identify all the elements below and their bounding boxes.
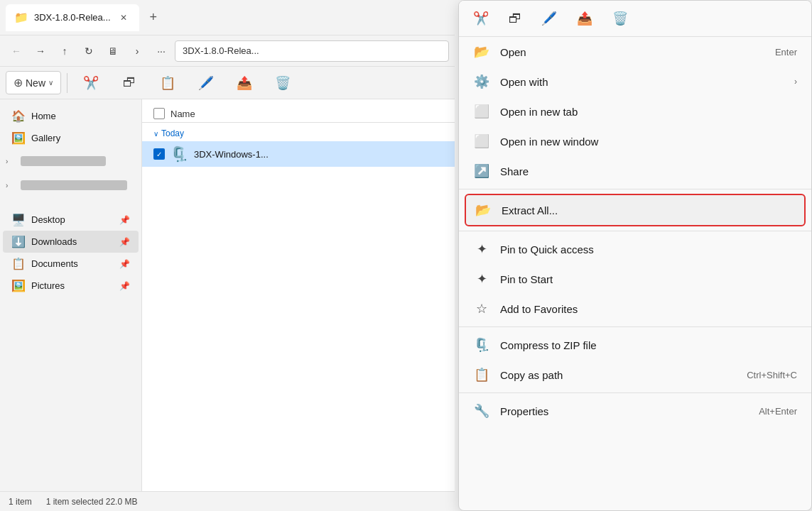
forward-button[interactable]: → — [30, 40, 51, 62]
explorer-tab[interactable]: 📁 3DX-1.8.0-Relea... ✕ — [6, 4, 139, 31]
ctx-divider-3 — [459, 326, 811, 327]
refresh-button[interactable]: ↻ — [78, 40, 99, 62]
header-checkbox[interactable] — [153, 108, 165, 119]
file-row-zip[interactable]: ✓ 🗜️ 3DX-Windows-1... — [142, 141, 455, 167]
ctx-openwith-label: Open with — [500, 76, 784, 88]
main-content: 🏠 Home 🖼️ Gallery › › 🖥️ Desktop 📌 — [0, 99, 455, 491]
home-icon: 🏠 — [11, 109, 26, 123]
nav-bar: ← → ↑ ↻ 🖥 › ··· 3DX-1.8.0-Relea... — [0, 35, 455, 67]
new-chevron-icon: ∨ — [48, 79, 53, 87]
file-name: 3DX-Windows-1... — [194, 149, 269, 160]
new-button[interactable]: ⊕ New ∨ — [6, 71, 61, 94]
context-toolbar: ✂️ 🗗 🖊️ 📤 🗑️ — [459, 1, 811, 37]
copy-button[interactable]: 🗗 — [112, 72, 147, 93]
more-button[interactable]: ··· — [151, 40, 172, 62]
ctx-openwith-arrow-icon: › — [794, 77, 797, 87]
sidebar-group-2[interactable]: › — [0, 173, 141, 197]
documents-pin-icon: 📌 — [119, 259, 130, 269]
ctx-copypath-label: Copy as path — [500, 369, 737, 381]
sidebar-item-documents[interactable]: 📋 Documents 📌 — [3, 253, 139, 275]
ctx-properties-icon: 🔧 — [473, 403, 490, 419]
display-button[interactable]: 🖥 — [102, 40, 124, 62]
documents-icon: 📋 — [11, 257, 26, 270]
sidebar-item-downloads[interactable]: ⬇️ Downloads 📌 — [3, 231, 139, 253]
sidebar-item-gallery[interactable]: 🖼️ Gallery — [3, 127, 139, 149]
toolbar: ⊕ New ∨ ✂️ 🗗 📋 🖊️ 📤 🗑️ — [0, 67, 455, 99]
ctx-pinstart-icon: ✦ — [473, 271, 490, 287]
name-column-header: Name — [170, 109, 195, 119]
toolbar-separator — [67, 73, 67, 93]
sidebar-item-pictures[interactable]: 🖼️ Pictures 📌 — [3, 275, 139, 297]
pictures-pin-icon: 📌 — [119, 281, 130, 291]
sidebar-placeholder-1 — [21, 156, 106, 166]
sidebar: 🏠 Home 🖼️ Gallery › › 🖥️ Desktop 📌 — [0, 99, 142, 491]
ctx-share-icon[interactable]: 📤 — [574, 8, 595, 29]
ctx-copypath-shortcut: Ctrl+Shift+C — [747, 370, 797, 380]
ctx-copy-path[interactable]: 📋 Copy as path Ctrl+Shift+C — [459, 360, 811, 390]
paste-button[interactable]: 📋 — [150, 72, 185, 94]
ctx-rename-icon[interactable]: 🖊️ — [538, 8, 560, 29]
ctx-newwindow-icon: ⬜ — [473, 133, 490, 149]
ctx-share-menu-icon: ↗️ — [473, 163, 490, 179]
sidebar-item-desktop[interactable]: 🖥️ Desktop 📌 — [3, 209, 139, 231]
gallery-icon: 🖼️ — [11, 131, 26, 145]
up-button[interactable]: ↑ — [54, 40, 75, 62]
sidebar-group-1[interactable]: › — [0, 149, 141, 173]
ctx-pin-start[interactable]: ✦ Pin to Start — [459, 264, 811, 294]
expand-chevron-icon: › — [6, 158, 8, 165]
sidebar-downloads-label: Downloads — [31, 236, 77, 247]
ctx-extract-icon: 📂 — [475, 202, 492, 218]
address-bar[interactable]: 3DX-1.8.0-Relea... — [175, 40, 449, 62]
ctx-delete-icon[interactable]: 🗑️ — [610, 8, 631, 29]
delete-button[interactable]: 🗑️ — [265, 72, 301, 94]
file-list: Name ∨ Today ✓ 🗜️ 3DX-Windows-1... — [142, 99, 455, 491]
ctx-extract-label: Extract All... — [502, 204, 796, 216]
cut-button[interactable]: ✂️ — [73, 72, 109, 94]
ctx-open-new-tab[interactable]: ⬜ Open in new tab — [459, 97, 811, 126]
file-checkbox[interactable]: ✓ — [153, 148, 165, 160]
downloads-icon: ⬇️ — [11, 235, 26, 248]
ctx-pinquick-label: Pin to Quick access — [500, 243, 797, 256]
ctx-copypath-icon: 📋 — [473, 367, 490, 383]
ctx-compress-icon: 🗜️ — [473, 337, 490, 353]
ctx-compress[interactable]: 🗜️ Compress to ZIP file — [459, 330, 811, 360]
expand-chevron-icon-2: › — [6, 182, 8, 189]
sidebar-pictures-label: Pictures — [31, 280, 65, 291]
ctx-share-label: Share — [500, 165, 797, 177]
ctx-open[interactable]: 📂 Open Enter — [459, 37, 811, 67]
paste-icon: 📋 — [160, 75, 175, 91]
share-icon: 📤 — [237, 75, 252, 91]
ctx-properties[interactable]: 🔧 Properties Alt+Enter — [459, 396, 811, 426]
ctx-pin-quick[interactable]: ✦ Pin to Quick access — [459, 234, 811, 264]
ctx-open-with[interactable]: ⚙️ Open with › — [459, 67, 811, 97]
sidebar-home-label: Home — [31, 111, 56, 121]
ctx-copy-icon[interactable]: 🗗 — [506, 9, 524, 29]
ctx-cut-icon[interactable]: ✂️ — [470, 8, 492, 29]
tab-close-button[interactable]: ✕ — [117, 11, 131, 25]
ctx-favorites-label: Add to Favorites — [500, 303, 797, 315]
expand-button[interactable]: › — [126, 40, 148, 62]
cut-icon: ✂️ — [83, 75, 99, 91]
new-label: New — [26, 77, 45, 89]
title-bar: 📁 3DX-1.8.0-Relea... ✕ + — [0, 0, 455, 35]
new-plus-icon: ⊕ — [13, 76, 23, 89]
back-button[interactable]: ← — [6, 40, 27, 62]
ctx-open-shortcut: Enter — [775, 47, 797, 57]
ctx-divider-2 — [459, 231, 811, 231]
delete-icon: 🗑️ — [275, 75, 291, 91]
tab-folder-icon: 📁 — [14, 11, 28, 24]
rename-button[interactable]: 🖊️ — [188, 72, 224, 94]
ctx-newwindow-label: Open in new window — [500, 136, 797, 148]
new-tab-button[interactable]: + — [142, 6, 165, 29]
ctx-properties-shortcut: Alt+Enter — [759, 406, 797, 417]
sidebar-item-home[interactable]: 🏠 Home — [3, 105, 139, 127]
ctx-share[interactable]: ↗️ Share — [459, 156, 811, 186]
share-button[interactable]: 📤 — [227, 72, 262, 94]
ctx-favorites[interactable]: ☆ Add to Favorites — [459, 294, 811, 324]
ctx-open-new-window[interactable]: ⬜ Open in new window — [459, 126, 811, 156]
today-section-label: ∨ Today — [142, 123, 455, 141]
file-list-header: Name — [142, 105, 455, 123]
desktop-pin-icon: 📌 — [119, 215, 130, 225]
ctx-extract-all[interactable]: 📂 Extract All... — [465, 194, 806, 226]
ctx-open-label: Open — [500, 46, 765, 58]
